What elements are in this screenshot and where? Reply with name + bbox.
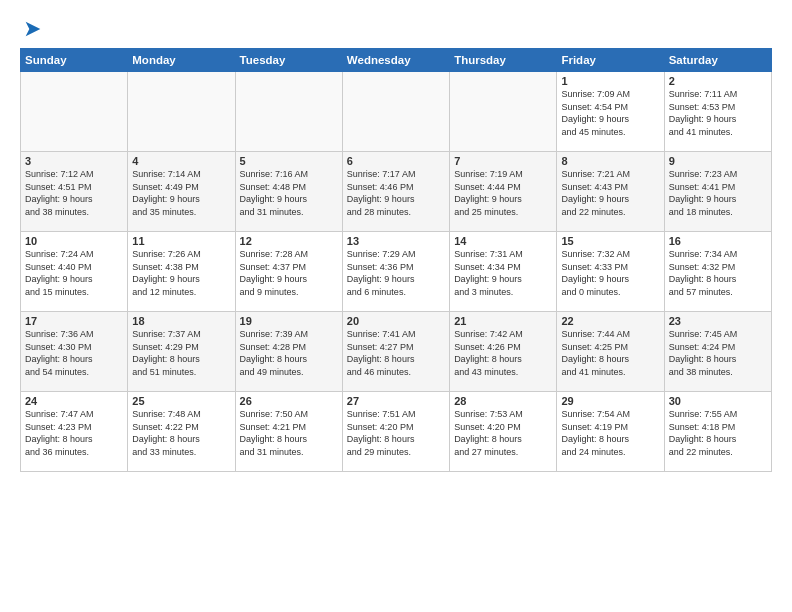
calendar-cell: 17Sunrise: 7:36 AM Sunset: 4:30 PM Dayli… [21,312,128,392]
day-number: 24 [25,395,123,407]
calendar-cell: 30Sunrise: 7:55 AM Sunset: 4:18 PM Dayli… [664,392,771,472]
day-info: Sunrise: 7:21 AM Sunset: 4:43 PM Dayligh… [561,168,659,218]
day-number: 14 [454,235,552,247]
calendar-cell: 27Sunrise: 7:51 AM Sunset: 4:20 PM Dayli… [342,392,449,472]
calendar-cell: 2Sunrise: 7:11 AM Sunset: 4:53 PM Daylig… [664,72,771,152]
day-number: 29 [561,395,659,407]
calendar-cell: 13Sunrise: 7:29 AM Sunset: 4:36 PM Dayli… [342,232,449,312]
day-number: 6 [347,155,445,167]
day-info: Sunrise: 7:42 AM Sunset: 4:26 PM Dayligh… [454,328,552,378]
day-info: Sunrise: 7:36 AM Sunset: 4:30 PM Dayligh… [25,328,123,378]
calendar-cell: 26Sunrise: 7:50 AM Sunset: 4:21 PM Dayli… [235,392,342,472]
day-number: 1 [561,75,659,87]
calendar-cell [342,72,449,152]
day-of-week-header: Saturday [664,49,771,72]
day-info: Sunrise: 7:14 AM Sunset: 4:49 PM Dayligh… [132,168,230,218]
day-number: 10 [25,235,123,247]
calendar-cell: 10Sunrise: 7:24 AM Sunset: 4:40 PM Dayli… [21,232,128,312]
day-info: Sunrise: 7:47 AM Sunset: 4:23 PM Dayligh… [25,408,123,458]
day-info: Sunrise: 7:44 AM Sunset: 4:25 PM Dayligh… [561,328,659,378]
day-info: Sunrise: 7:09 AM Sunset: 4:54 PM Dayligh… [561,88,659,138]
day-info: Sunrise: 7:11 AM Sunset: 4:53 PM Dayligh… [669,88,767,138]
day-number: 13 [347,235,445,247]
calendar-cell: 21Sunrise: 7:42 AM Sunset: 4:26 PM Dayli… [450,312,557,392]
day-of-week-header: Sunday [21,49,128,72]
calendar-cell: 12Sunrise: 7:28 AM Sunset: 4:37 PM Dayli… [235,232,342,312]
day-number: 7 [454,155,552,167]
calendar-cell [235,72,342,152]
day-number: 9 [669,155,767,167]
day-info: Sunrise: 7:37 AM Sunset: 4:29 PM Dayligh… [132,328,230,378]
calendar-table: SundayMondayTuesdayWednesdayThursdayFrid… [20,48,772,472]
calendar-cell: 24Sunrise: 7:47 AM Sunset: 4:23 PM Dayli… [21,392,128,472]
day-number: 15 [561,235,659,247]
day-number: 19 [240,315,338,327]
calendar-cell: 5Sunrise: 7:16 AM Sunset: 4:48 PM Daylig… [235,152,342,232]
day-info: Sunrise: 7:12 AM Sunset: 4:51 PM Dayligh… [25,168,123,218]
calendar-cell: 23Sunrise: 7:45 AM Sunset: 4:24 PM Dayli… [664,312,771,392]
day-info: Sunrise: 7:16 AM Sunset: 4:48 PM Dayligh… [240,168,338,218]
calendar-cell [128,72,235,152]
day-info: Sunrise: 7:17 AM Sunset: 4:46 PM Dayligh… [347,168,445,218]
calendar-cell: 4Sunrise: 7:14 AM Sunset: 4:49 PM Daylig… [128,152,235,232]
calendar-cell: 8Sunrise: 7:21 AM Sunset: 4:43 PM Daylig… [557,152,664,232]
day-number: 20 [347,315,445,327]
day-number: 16 [669,235,767,247]
calendar-cell: 9Sunrise: 7:23 AM Sunset: 4:41 PM Daylig… [664,152,771,232]
calendar-cell: 16Sunrise: 7:34 AM Sunset: 4:32 PM Dayli… [664,232,771,312]
day-info: Sunrise: 7:55 AM Sunset: 4:18 PM Dayligh… [669,408,767,458]
calendar-week-row: 1Sunrise: 7:09 AM Sunset: 4:54 PM Daylig… [21,72,772,152]
calendar-cell: 1Sunrise: 7:09 AM Sunset: 4:54 PM Daylig… [557,72,664,152]
logo [20,16,44,40]
day-info: Sunrise: 7:45 AM Sunset: 4:24 PM Dayligh… [669,328,767,378]
calendar-cell: 15Sunrise: 7:32 AM Sunset: 4:33 PM Dayli… [557,232,664,312]
day-of-week-header: Monday [128,49,235,72]
day-info: Sunrise: 7:51 AM Sunset: 4:20 PM Dayligh… [347,408,445,458]
calendar-cell: 28Sunrise: 7:53 AM Sunset: 4:20 PM Dayli… [450,392,557,472]
day-number: 25 [132,395,230,407]
day-number: 8 [561,155,659,167]
day-of-week-header: Thursday [450,49,557,72]
day-info: Sunrise: 7:24 AM Sunset: 4:40 PM Dayligh… [25,248,123,298]
calendar-cell: 6Sunrise: 7:17 AM Sunset: 4:46 PM Daylig… [342,152,449,232]
day-number: 18 [132,315,230,327]
day-info: Sunrise: 7:53 AM Sunset: 4:20 PM Dayligh… [454,408,552,458]
calendar-cell: 19Sunrise: 7:39 AM Sunset: 4:28 PM Dayli… [235,312,342,392]
calendar-cell: 22Sunrise: 7:44 AM Sunset: 4:25 PM Dayli… [557,312,664,392]
day-of-week-header: Friday [557,49,664,72]
logo-icon [22,18,44,40]
svg-marker-0 [26,22,41,37]
day-info: Sunrise: 7:31 AM Sunset: 4:34 PM Dayligh… [454,248,552,298]
day-info: Sunrise: 7:41 AM Sunset: 4:27 PM Dayligh… [347,328,445,378]
calendar-week-row: 24Sunrise: 7:47 AM Sunset: 4:23 PM Dayli… [21,392,772,472]
day-of-week-header: Wednesday [342,49,449,72]
day-number: 22 [561,315,659,327]
day-info: Sunrise: 7:34 AM Sunset: 4:32 PM Dayligh… [669,248,767,298]
day-number: 26 [240,395,338,407]
calendar-cell [21,72,128,152]
calendar-cell: 14Sunrise: 7:31 AM Sunset: 4:34 PM Dayli… [450,232,557,312]
calendar-cell: 20Sunrise: 7:41 AM Sunset: 4:27 PM Dayli… [342,312,449,392]
calendar-cell: 11Sunrise: 7:26 AM Sunset: 4:38 PM Dayli… [128,232,235,312]
calendar-week-row: 3Sunrise: 7:12 AM Sunset: 4:51 PM Daylig… [21,152,772,232]
day-number: 28 [454,395,552,407]
day-info: Sunrise: 7:32 AM Sunset: 4:33 PM Dayligh… [561,248,659,298]
calendar-header-row: SundayMondayTuesdayWednesdayThursdayFrid… [21,49,772,72]
calendar-week-row: 17Sunrise: 7:36 AM Sunset: 4:30 PM Dayli… [21,312,772,392]
day-number: 27 [347,395,445,407]
day-info: Sunrise: 7:54 AM Sunset: 4:19 PM Dayligh… [561,408,659,458]
day-of-week-header: Tuesday [235,49,342,72]
day-number: 30 [669,395,767,407]
day-info: Sunrise: 7:19 AM Sunset: 4:44 PM Dayligh… [454,168,552,218]
day-number: 3 [25,155,123,167]
day-number: 17 [25,315,123,327]
day-info: Sunrise: 7:50 AM Sunset: 4:21 PM Dayligh… [240,408,338,458]
day-info: Sunrise: 7:29 AM Sunset: 4:36 PM Dayligh… [347,248,445,298]
header [20,16,772,40]
calendar-week-row: 10Sunrise: 7:24 AM Sunset: 4:40 PM Dayli… [21,232,772,312]
day-number: 5 [240,155,338,167]
day-number: 12 [240,235,338,247]
day-number: 2 [669,75,767,87]
calendar-cell: 7Sunrise: 7:19 AM Sunset: 4:44 PM Daylig… [450,152,557,232]
calendar-cell: 3Sunrise: 7:12 AM Sunset: 4:51 PM Daylig… [21,152,128,232]
